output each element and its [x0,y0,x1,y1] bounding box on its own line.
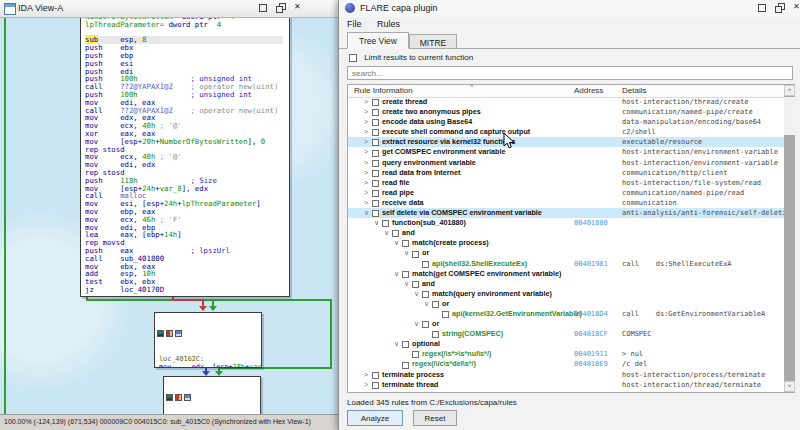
vertical-scrollbar[interactable]: ˄ ˅ [784,85,795,392]
chevron-right-icon[interactable]: > [364,198,372,208]
rule-checkbox[interactable] [432,331,439,338]
tree-row[interactable]: >read filehost-interaction/file-system/r… [348,178,785,188]
tree-row[interactable]: ∨or [348,299,785,309]
basic-block-sub-4015C0[interactable]: NumberOfBytesWritten= dword ptr -4lpThre… [80,11,290,297]
chevron-down-icon[interactable]: ∨ [364,208,372,218]
tree-row[interactable]: ∨and [348,279,785,289]
tree-row[interactable]: ∨optional [348,339,785,349]
tree-row[interactable]: string(COMSPEC)004018CFCOMSPEC [348,329,785,339]
scrollbar-thumb[interactable] [784,97,795,135]
tree-row[interactable]: regex(/\s*>\s*nul\s*/)00401911> nul [348,349,785,359]
chevron-down-icon[interactable]: ∨ [414,319,422,329]
close-icon[interactable] [793,3,800,12]
rule-checkbox[interactable] [372,109,379,116]
rule-checkbox[interactable] [372,190,379,197]
chevron-down-icon[interactable]: ∨ [374,218,382,228]
rule-checkbox[interactable] [432,301,439,308]
tree-row[interactable]: ∨self delete via COMSPEC environment var… [348,208,785,218]
chevron-right-icon[interactable]: > [364,137,372,147]
rule-checkbox[interactable] [392,230,399,237]
rule-checkbox[interactable] [372,382,379,389]
tree-row[interactable]: >read pipecommunication/named-pipe/read [348,188,785,198]
chevron-right-icon[interactable]: > [364,168,372,178]
rule-checkbox[interactable] [402,271,409,278]
rule-checkbox[interactable] [412,251,419,258]
tree-row[interactable]: api(shell32.ShellExecuteEx)00401981call … [348,259,785,269]
chevron-right-icon[interactable]: > [364,380,372,390]
chevron-right-icon[interactable]: > [364,390,372,391]
reset-button[interactable]: Reset [413,410,457,426]
scroll-up-icon[interactable]: ˄ [784,85,795,96]
chevron-right-icon[interactable]: > [364,107,372,117]
rule-checkbox[interactable] [402,341,409,348]
rule-checkbox[interactable] [422,291,429,298]
tree-row[interactable]: >receive datacommunication [348,198,785,208]
close-icon[interactable] [294,3,303,12]
tree-row[interactable]: >terminate processhost-interaction/proce… [348,370,785,380]
analyze-button[interactable]: Analyze [347,410,403,426]
chevron-down-icon[interactable]: ∨ [404,248,412,258]
rule-checkbox[interactable] [372,180,379,187]
rule-address[interactable]: 004018E9 [574,360,608,368]
rule-checkbox[interactable] [372,150,379,157]
chevron-right-icon[interactable]: > [364,370,372,380]
scroll-down-icon[interactable]: ˅ [784,381,795,392]
chevron-down-icon[interactable]: ∨ [394,238,402,248]
tree-row[interactable]: >write filehost-interaction/file-system/… [348,390,785,391]
tree-row[interactable]: ∨match(create process) [348,238,785,248]
tree-row[interactable]: >read data from Internetcommunication/ht… [348,168,785,178]
rule-checkbox[interactable] [412,281,419,288]
chevron-right-icon[interactable]: > [364,117,372,127]
float-icon[interactable] [276,3,285,12]
tree-row[interactable]: >execute shell command and capture outpu… [348,127,785,137]
rule-checkbox[interactable] [422,321,429,328]
tree-row[interactable]: >get COMSPEC environment variablehost-in… [348,147,785,157]
tab-tree-view[interactable]: Tree View [347,32,409,49]
basic-block-loc-40162C[interactable]: loc_40162C:mov edx, [esp+18h+var_8]mov e… [154,312,262,368]
chevron-down-icon[interactable]: ∨ [424,299,432,309]
basic-block-loc-401634[interactable]: loc_401634:mov cl, [esi]mov al, cl [163,376,261,416]
rule-checkbox[interactable] [372,170,379,177]
rule-address[interactable]: 00401981 [574,260,608,268]
tree-row[interactable]: >create two anonymous pipescommunication… [348,107,785,117]
tree-row[interactable]: >terminate threadhost-interaction/thread… [348,380,785,390]
chevron-right-icon[interactable]: > [364,127,372,137]
tree-row[interactable]: ∨function(sub_401880)00401880 [348,218,785,228]
maximize-icon[interactable] [757,3,766,12]
tree-row[interactable]: api(kernel32.GetEnvironmentVariable)0040… [348,309,785,319]
chevron-right-icon[interactable]: > [364,147,372,157]
chevron-right-icon[interactable]: > [364,178,372,188]
tree-row[interactable]: regex(/\/c\s*del\s*/)004018E9/c del [348,359,785,369]
chevron-right-icon[interactable]: > [364,158,372,168]
tree-row[interactable]: ∨and [348,228,785,238]
rule-checkbox[interactable] [372,210,379,217]
tree-row[interactable]: >create threadhost-interaction/thread/cr… [348,97,785,107]
rule-address[interactable]: 00401880 [574,219,608,227]
chevron-down-icon[interactable]: ∨ [404,279,412,289]
maximize-icon[interactable] [258,3,267,12]
rule-checkbox[interactable] [442,311,449,318]
tab-mitre[interactable]: MITRE [409,34,457,49]
search-input[interactable] [347,66,793,80]
rule-address[interactable]: 00401911 [574,350,608,358]
rule-address[interactable]: 004018D4 [574,310,608,318]
rule-checkbox[interactable] [402,362,409,369]
menu-file[interactable]: File [347,19,362,29]
float-icon[interactable] [775,3,784,12]
rule-checkbox[interactable] [372,119,379,126]
column-details[interactable]: Details [622,86,646,95]
column-rule-information[interactable]: Rule Information [354,86,413,95]
rule-checkbox[interactable] [372,129,379,136]
chevron-down-icon[interactable]: ∨ [414,289,422,299]
tree-row[interactable]: >query environment variablehost-interact… [348,158,785,168]
rule-checkbox[interactable] [372,372,379,379]
chevron-down-icon[interactable]: ∨ [384,228,392,238]
chevron-down-icon[interactable]: ∨ [394,269,402,279]
tree-row[interactable]: ∨or [348,319,785,329]
rule-checkbox[interactable] [372,200,379,207]
rule-checkbox[interactable] [412,351,419,358]
limit-results-checkbox[interactable] [349,54,357,62]
tree-row[interactable]: ∨match(query environment variable) [348,289,785,299]
tree-row[interactable]: ∨match(get COMSPEC environment variable) [348,269,785,279]
rule-checkbox[interactable] [372,99,379,106]
